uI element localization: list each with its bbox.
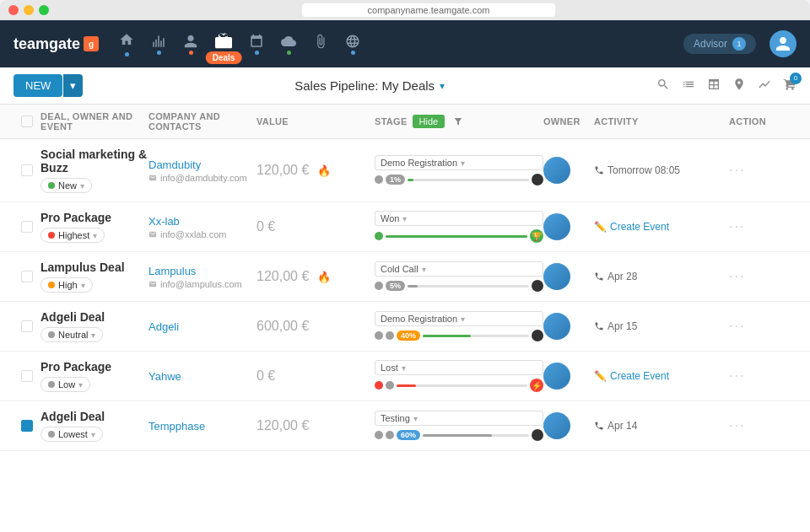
- new-button-arrow[interactable]: ▾: [63, 74, 83, 97]
- company-name-5[interactable]: Yahwe: [148, 370, 256, 383]
- action-dots-2[interactable]: ···: [729, 219, 745, 234]
- row-checkbox-1[interactable]: [21, 164, 33, 176]
- table-row: Pro Package Low ▾ Yahwe 0 € Lost ▾: [0, 352, 810, 401]
- header-checkbox-cell: [14, 116, 40, 127]
- priority-badge-1[interactable]: New ▾: [40, 178, 92, 193]
- nav-cloud[interactable]: [281, 34, 296, 55]
- stage-bar-6: [423, 434, 529, 437]
- stage-dropdown-5[interactable]: Lost ▾: [375, 360, 543, 375]
- company-name-3[interactable]: Lampulus: [148, 265, 256, 277]
- stage-progress-4: 40%: [375, 330, 543, 341]
- nav-contacts[interactable]: [183, 34, 198, 55]
- select-all-checkbox[interactable]: [21, 116, 33, 127]
- value-1: 120,00 € 🔥: [256, 163, 375, 178]
- maximize-button[interactable]: [39, 5, 49, 15]
- stage-dropdown-6[interactable]: Testing ▾: [375, 411, 543, 426]
- action-dots-3[interactable]: ···: [729, 269, 745, 283]
- table-row: Adgeli Deal Lowest ▾ Tempphase 120,00 € …: [0, 401, 810, 451]
- stage-start-3: [375, 282, 383, 290]
- pencil-icon: ✏️: [594, 221, 607, 233]
- columns-icon[interactable]: [707, 78, 721, 94]
- nav-deals[interactable]: Deals: [215, 33, 232, 56]
- create-event-5[interactable]: ✏️ Create Event: [594, 370, 729, 382]
- nav-chart[interactable]: [151, 34, 166, 55]
- owner-2: [543, 213, 594, 240]
- filter-icon[interactable]: [453, 116, 463, 126]
- advisor-button[interactable]: Advisor 1: [683, 34, 756, 54]
- company-name-6[interactable]: Tempphase: [148, 420, 256, 433]
- priority-label-3: High: [58, 280, 78, 290]
- stage-progress-2: 🏆: [375, 229, 543, 243]
- owner-avatar-4: [543, 313, 570, 340]
- new-button[interactable]: NEW: [14, 74, 62, 97]
- action-dots-6[interactable]: ···: [729, 418, 745, 433]
- nav-home[interactable]: [119, 32, 134, 56]
- stage-percent-4: 40%: [397, 330, 420, 341]
- stage-start-1: [375, 175, 383, 184]
- pipeline-title[interactable]: Sales Pipeline: My Deals ▾: [83, 78, 656, 93]
- minimize-button[interactable]: [24, 5, 34, 15]
- stage-start-6: [375, 431, 383, 439]
- value-3: 120,00 € 🔥: [256, 269, 375, 284]
- create-event-2[interactable]: ✏️ Create Event: [594, 221, 729, 233]
- row-checkbox-2[interactable]: [21, 221, 33, 233]
- stage-chevron-1: ▾: [461, 159, 465, 168]
- owner-avatar-6: [543, 412, 570, 439]
- list-icon[interactable]: [682, 78, 695, 94]
- nav-dot: [287, 51, 291, 55]
- hide-button[interactable]: Hide: [413, 115, 446, 128]
- nav-attachments[interactable]: [313, 34, 328, 55]
- nav-calendar[interactable]: [249, 34, 264, 55]
- cart-icon[interactable]: 0: [783, 78, 796, 94]
- location-icon[interactable]: [732, 78, 746, 94]
- priority-dot-2: [48, 232, 55, 239]
- priority-badge-5[interactable]: Low ▾: [40, 377, 90, 392]
- activity-1: Tomorrow 08:05: [594, 164, 729, 176]
- stage-chevron-4: ▾: [461, 314, 465, 324]
- url-bar[interactable]: companyname.teamgate.com: [302, 3, 555, 17]
- nav-right: Advisor 1: [683, 30, 796, 57]
- priority-badge-2[interactable]: Highest ▾: [40, 228, 105, 243]
- company-name-4[interactable]: Adgeli: [148, 320, 256, 333]
- company-email-3: info@lampulus.com: [148, 279, 256, 289]
- company-name-2[interactable]: Xx-lab: [148, 215, 256, 228]
- logo[interactable]: teamgate g: [14, 35, 99, 53]
- close-button[interactable]: [8, 5, 19, 15]
- row-checkbox-6[interactable]: [21, 420, 33, 432]
- search-icon[interactable]: [656, 78, 670, 94]
- stage-end-3: [532, 280, 543, 292]
- priority-dot-5: [48, 381, 55, 388]
- row-checkbox-5[interactable]: [21, 370, 33, 382]
- stage-dropdown-4[interactable]: Demo Registration ▾: [375, 311, 543, 326]
- stage-progress-5: ⚡: [375, 379, 543, 392]
- th-value: Value: [256, 116, 375, 126]
- priority-badge-4[interactable]: Neutral ▾: [40, 327, 103, 342]
- nav-dot: [189, 51, 193, 55]
- th-company: Company and Contacts: [148, 111, 256, 132]
- stage-dropdown-1[interactable]: Demo Registration ▾: [375, 155, 543, 170]
- action-dots-5[interactable]: ···: [729, 368, 745, 383]
- priority-badge-3[interactable]: High ▾: [40, 277, 93, 293]
- deal-name-2: Pro Package: [40, 211, 148, 224]
- company-email-1: info@damdubity.com: [148, 173, 256, 183]
- priority-badge-6[interactable]: Lowest ▾: [40, 427, 103, 442]
- stage-info-1: Demo Registration ▾ 1%: [375, 155, 543, 185]
- action-dots-4[interactable]: ···: [729, 319, 745, 333]
- analytics-icon[interactable]: [758, 78, 771, 94]
- company-info-4: Adgeli: [148, 320, 256, 333]
- company-info-5: Yahwe: [148, 370, 256, 383]
- stage-progress-6: 60%: [375, 429, 543, 441]
- row-checkbox-3[interactable]: [21, 271, 33, 282]
- nav-globe[interactable]: [345, 34, 360, 55]
- deal-name-5: Pro Package: [40, 360, 148, 373]
- stage-chevron-3: ▾: [422, 265, 426, 274]
- stage-bar-2: [386, 235, 527, 238]
- stage-dropdown-2[interactable]: Won ▾: [375, 211, 543, 226]
- action-dots-1[interactable]: ···: [729, 163, 745, 177]
- company-name-1[interactable]: Damdubity: [148, 159, 256, 171]
- chart-icon: [151, 34, 166, 49]
- nav-dot: [351, 51, 355, 55]
- row-checkbox-4[interactable]: [21, 320, 33, 332]
- stage-dropdown-3[interactable]: Cold Call ▾: [375, 261, 543, 277]
- user-avatar[interactable]: [770, 30, 796, 57]
